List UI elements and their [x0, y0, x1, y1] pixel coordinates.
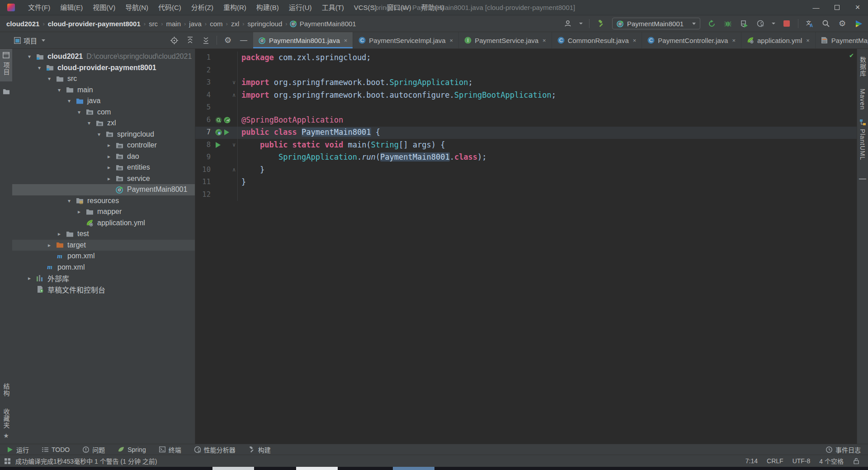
tree-collapsed-icon[interactable]: ▸: [104, 164, 114, 171]
tree-expanded-icon[interactable]: ▾: [74, 109, 85, 115]
breadcrumb-item[interactable]: java: [188, 20, 203, 28]
run-configuration-select[interactable]: PaymentMain8001: [612, 18, 700, 29]
fold-marker-icon[interactable]: ∨: [231, 76, 238, 89]
tree-item-controller[interactable]: ▸ controller: [12, 140, 195, 151]
tree-collapsed-icon[interactable]: ▸: [24, 275, 35, 281]
tree-item-java[interactable]: ▾ java: [12, 95, 195, 107]
tree-item--[interactable]: ▸外部库: [12, 273, 195, 284]
tab-close-icon[interactable]: ×: [450, 37, 453, 44]
stripe-tab-database[interactable]: 数据库: [857, 51, 868, 83]
tab-close-icon[interactable]: ×: [633, 37, 637, 44]
tree-expanded-icon[interactable]: ▾: [84, 120, 94, 126]
stripe-tab-plantuml[interactable]: PlantUML: [857, 116, 868, 166]
menu-item-6[interactable]: 分析(Z): [186, 0, 218, 15]
tab-close-icon[interactable]: ×: [344, 37, 348, 44]
tree-item-dao[interactable]: ▸ dao: [12, 151, 195, 162]
stop-button[interactable]: [782, 19, 792, 28]
tree-expanded-icon[interactable]: ▾: [64, 198, 75, 204]
tree-item-main[interactable]: ▾ main: [12, 85, 195, 96]
editor-tab-paymentserviceimpl-java[interactable]: CPaymentServiceImpl.java×: [353, 32, 459, 48]
stripe-tab-project[interactable]: 项目: [0, 49, 12, 81]
stripe-tab-maven[interactable]: Maven: [857, 83, 868, 116]
tree-expanded-icon[interactable]: ▾: [44, 76, 55, 82]
run-gutter-icon[interactable]: [215, 142, 221, 148]
hide-panel-icon[interactable]: —: [239, 35, 249, 45]
settings-gear-icon[interactable]: ⚙: [837, 19, 847, 28]
tab-close-icon[interactable]: ×: [542, 37, 546, 44]
tree-item-paymentmain8001[interactable]: PaymentMain8001: [12, 184, 195, 195]
menu-item-5[interactable]: 代码(C): [153, 0, 186, 15]
menu-item-9[interactable]: 运行(U): [284, 0, 317, 15]
rerun-button[interactable]: [707, 19, 717, 28]
tool-window-button-运行[interactable]: 运行: [6, 445, 29, 454]
maximize-button[interactable]: [826, 0, 847, 15]
tool-window-button-终端[interactable]: 终端: [159, 445, 181, 454]
user-dropdown-icon[interactable]: [579, 23, 583, 24]
stripe-tab-structure[interactable]: 结构: [0, 377, 12, 403]
fold-marker-icon[interactable]: ∧: [231, 89, 238, 102]
status-message[interactable]: 成功编译完成1秒453毫秒中 1 个警告 (1 分钟 之前): [15, 456, 157, 465]
tree-expanded-icon[interactable]: ▾: [34, 65, 45, 71]
tree-item-cloud2021[interactable]: ▾ cloud2021D:\cource\springcloud\cloud20…: [12, 51, 195, 62]
menu-item-1[interactable]: 文件(F): [23, 0, 55, 15]
tree-collapsed-icon[interactable]: ▸: [104, 176, 114, 182]
editor-tab-paymentmain8001-java[interactable]: PaymentMain8001.java×: [253, 32, 353, 48]
tree-item-entities[interactable]: ▸ entities: [12, 162, 195, 173]
tree-collapsed-icon[interactable]: ▸: [44, 242, 55, 248]
tree-expanded-icon[interactable]: ▾: [24, 53, 35, 60]
editor-tab-application-yml[interactable]: application.yml×: [741, 32, 816, 48]
debug-button[interactable]: [723, 19, 733, 28]
expand-all-icon[interactable]: [185, 35, 195, 45]
breadcrumb-item[interactable]: cloud-provider-payment8001: [47, 20, 142, 28]
inspections-ok-icon[interactable]: ✔: [849, 51, 854, 59]
menu-item-2[interactable]: 编辑(E): [55, 0, 88, 15]
caret-position[interactable]: 7:14: [745, 457, 758, 465]
tab-close-icon[interactable]: ×: [732, 37, 736, 44]
tool-window-button-spring[interactable]: Spring: [118, 446, 146, 453]
run-with-coverage-button[interactable]: [739, 19, 749, 28]
lock-icon[interactable]: [853, 457, 860, 465]
menu-item-3[interactable]: 视图(V): [88, 0, 120, 15]
collapse-all-icon[interactable]: [201, 35, 211, 45]
fold-marker-icon[interactable]: ∨: [231, 139, 238, 152]
tree-item-src[interactable]: ▾ src: [12, 73, 195, 85]
menu-item-4[interactable]: 导航(N): [120, 0, 153, 15]
close-button[interactable]: ×: [847, 0, 868, 15]
breadcrumb-item[interactable]: main: [165, 20, 182, 28]
tree-item-resources[interactable]: ▾ resources: [12, 195, 195, 207]
tool-window-button-todo[interactable]: TODO: [42, 446, 70, 453]
spring-boot-gutter-icon[interactable]: [224, 117, 231, 123]
tree-expanded-icon[interactable]: ▾: [94, 131, 104, 138]
editor-tab-paymentmap[interactable]: PaymentMap∨: [816, 32, 868, 48]
tab-close-icon[interactable]: ×: [806, 37, 810, 44]
spring-bean-icon[interactable]: e: [215, 129, 222, 136]
profiler-dropdown-icon[interactable]: [772, 23, 775, 24]
code-editor[interactable]: 1package com.zxl.springcloud;23∨import o…: [195, 49, 857, 444]
tool-window-button-event-log[interactable]: 事件日志: [826, 445, 861, 454]
breadcrumb-item[interactable]: cloud2021: [5, 20, 40, 28]
tree-item-application-yml[interactable]: application.yml: [12, 218, 195, 229]
profiler-button[interactable]: [755, 19, 765, 28]
spring-scan-icon[interactable]: [215, 117, 222, 123]
indent-setting[interactable]: 4 个空格: [819, 456, 844, 465]
tree-expanded-icon[interactable]: ▾: [64, 98, 75, 104]
panel-settings-gear-icon[interactable]: ⚙: [223, 35, 233, 45]
breadcrumb-item[interactable]: PaymentMain8001: [299, 20, 357, 28]
tree-item-pom-xml[interactable]: mpom.xml: [12, 262, 195, 273]
tree-expanded-icon[interactable]: ▾: [54, 87, 65, 93]
breadcrumb-item[interactable]: springcloud: [247, 20, 283, 28]
stripe-tab-favorites[interactable]: 收藏夹 ★: [0, 403, 12, 444]
tree-collapsed-icon[interactable]: ▸: [74, 209, 85, 215]
file-encoding[interactable]: UTF-8: [793, 457, 811, 465]
folder-stripe-icon[interactable]: [3, 88, 10, 95]
tree-collapsed-icon[interactable]: ▸: [54, 231, 65, 237]
tree-item-cloud-provider-payment8001[interactable]: ▾ cloud-provider-payment8001: [12, 62, 195, 74]
tree-collapsed-icon[interactable]: ▸: [104, 142, 114, 148]
editor-tab-paymentservice-java[interactable]: IPaymentService.java×: [459, 32, 552, 48]
plugin-icon[interactable]: [854, 19, 863, 28]
fold-marker-icon[interactable]: ∧: [231, 164, 238, 176]
tree-item-mapper[interactable]: ▸ mapper: [12, 206, 195, 218]
translate-icon[interactable]: 文A: [805, 19, 815, 28]
locate-file-icon[interactable]: [169, 35, 179, 45]
breadcrumb-item[interactable]: com: [209, 20, 223, 28]
